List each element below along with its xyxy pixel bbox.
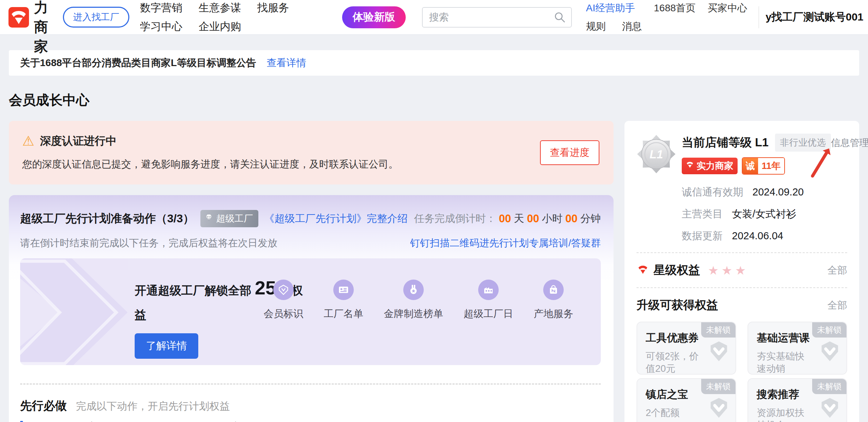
super-factory-badge-label: 超级工厂 [216, 212, 253, 225]
locked-shield-icon [708, 340, 730, 364]
deep-auth-alert: ⚠ 深度认证进行中 您的深度认证信息已提交，避免影响服务进度，请关注认证进度，及… [9, 121, 614, 184]
dashed-divider [20, 383, 601, 385]
info-label: 数据更新 [682, 229, 723, 243]
store-level-panel: L1 当前店铺等级 L1 非行业优选 信息管理 实力商家 [624, 121, 859, 422]
countdown-days: 00 [499, 212, 511, 225]
info-value: 2024.06.04 [732, 230, 783, 242]
info-row-main-category: 主营类目 女装/女式衬衫 [682, 207, 847, 221]
countdown-minutes-unit: 分钟 [580, 212, 601, 226]
benefit-card-basic-course[interactable]: 未解锁 基础运营课 夯实基础快速动销 [747, 322, 847, 375]
link-buyer-center[interactable]: 买家中心 [708, 1, 747, 15]
super-factory-day-icon [478, 280, 499, 300]
brand-logo[interactable]: 实力商家 [8, 0, 49, 56]
alert-message: 您的深度认证信息已提交，避免影响服务进度，请关注认证进度，及时联系认证公司。 [22, 158, 600, 171]
star-rating: ★★★ [708, 263, 749, 277]
must-do-title: 先行必做 [20, 398, 67, 414]
unlock-prefix: 开通超级工厂解锁全部 [135, 284, 251, 297]
benefit-card-search-recommend[interactable]: 未解锁 搜索推荐 资源加权扶持机会 [747, 378, 847, 422]
must-do-header: 先行必做 完成以下动作，开启先行计划权益 [20, 398, 601, 414]
account-name[interactable]: y找工厂测试账号001 [766, 10, 863, 24]
red-annotation-arrow [806, 141, 839, 180]
link-1688-home[interactable]: 1688首页 [654, 1, 696, 15]
origin-service-icon [543, 280, 564, 300]
locked-badge: 未解锁 [701, 379, 735, 394]
countdown: 任务完成倒计时： 00 天 00 小时 00 分钟 [414, 212, 601, 226]
perk-factory-list: 工厂名单 [324, 280, 363, 321]
brand-name: 实力商家 [34, 0, 49, 56]
must-do-subtitle: 完成以下动作，开启先行计划权益 [76, 399, 230, 414]
alert-title: 深度认证进行中 [40, 134, 117, 148]
primary-nav: 数字营销 生意参谋 找服务 学习中心 企业内购 [140, 1, 289, 34]
gem-icon [205, 213, 213, 224]
info-value: 2024.09.20 [752, 186, 804, 198]
perk-member-badge: 会员标识 [264, 280, 303, 321]
store-info-list: 诚信通有效期 2024.09.20 主营类目 女装/女式衬衫 数据更新 2024… [682, 185, 847, 243]
benefit-grid: 未解锁 工具优惠券 可领2张，价值20元 未解锁 基础运营课 夯实基础快速动销 … [637, 322, 847, 422]
search-input[interactable] [429, 12, 553, 23]
star-benefits-all-link[interactable]: 全部 [827, 264, 847, 277]
upgrade-benefits-all-link[interactable]: 全部 [827, 299, 847, 312]
nav-digital-marketing[interactable]: 数字营销 [140, 1, 182, 15]
enter-find-factory-button[interactable]: 进入找工厂 [63, 7, 129, 28]
super-factory-badge: 超级工厂 [200, 210, 258, 227]
upgrade-benefits-title: 升级可获得权益 [637, 297, 718, 313]
learn-more-button[interactable]: 了解详情 [135, 333, 198, 359]
medal-icon [403, 280, 424, 300]
factory-list-icon [333, 280, 354, 300]
chengxintong-years-badge: 诚 11年 [742, 157, 785, 175]
countdown-label: 任务完成倒计时： [414, 212, 496, 226]
left-column: ⚠ 深度认证进行中 您的深度认证信息已提交，避免影响服务进度，请关注认证进度，及… [9, 121, 614, 422]
try-new-version-button[interactable]: 体验新版 [342, 6, 406, 28]
sidebar-dashed-divider [637, 287, 847, 288]
link-rules[interactable]: 规则 [586, 20, 606, 33]
link-ai-assistant[interactable]: AI经营助手 [586, 1, 642, 15]
locked-shield-icon [819, 340, 841, 364]
sidebar-dashed-divider [637, 252, 847, 253]
program-subheader: 请在倒计时结束前完成以下任务，完成后权益将在次日发放 钉钉扫描二维码进先行计划专… [20, 236, 601, 250]
bull-badge-icon [685, 160, 694, 172]
nav-enterprise-purchase[interactable]: 企业内购 [199, 19, 241, 34]
perk-label: 工厂名单 [324, 307, 363, 321]
star-benefits-row: 星级权益 ★★★ 全部 [637, 262, 847, 278]
warning-icon: ⚠ [22, 134, 34, 148]
unlock-benefits-card: 开通超级工厂解锁全部25项权益 了解详情 会员标识 [20, 258, 601, 365]
perk-label: 会员标识 [264, 307, 303, 321]
store-level-title: 当前店铺等级 L1 [682, 135, 769, 151]
perk-list: 会员标识 工厂名单 金牌制造榜单 [264, 280, 573, 321]
countdown-hours: 00 [527, 212, 539, 225]
nav-business-advisor[interactable]: 生意参谋 [199, 1, 241, 15]
main-content: ⚠ 深度认证进行中 您的深度认证信息已提交，避免影响服务进度，请关注认证进度，及… [9, 121, 859, 422]
link-messages[interactable]: 消息 [622, 20, 642, 33]
info-label: 主营类目 [682, 207, 723, 221]
search-icon[interactable] [553, 11, 566, 24]
arrow-watermark [20, 258, 131, 365]
step-one-row: 第一步，点亮会员标识，自动领取找工厂流量包 [20, 420, 601, 422]
page-title: 会员成长中心 [9, 91, 859, 109]
announcement-detail-link[interactable]: 查看详情 [266, 56, 306, 70]
info-row-data-updated: 数据更新 2024.06.04 [682, 229, 847, 243]
program-intro-link[interactable]: 《超级工厂先行计划》完整介绍 [264, 212, 407, 226]
power-merchant-badge-label: 实力商家 [697, 160, 733, 172]
countdown-minutes: 00 [565, 212, 577, 225]
chengxintong-badge-left: 诚 [743, 158, 758, 174]
program-note: 请在倒计时结束前完成以下任务，完成后权益将在次日发放 [20, 236, 277, 250]
locked-shield-icon [819, 397, 841, 421]
view-progress-button[interactable]: 查看进度 [540, 140, 599, 165]
member-badge-icon [273, 280, 294, 300]
search-box [422, 7, 572, 28]
medal-level-text: L1 [650, 148, 663, 161]
program-header: 超级工厂先行计划准备动作（3/3） 超级工厂 《超级工厂先行计划》完整介绍 任务… [20, 210, 601, 227]
super-factory-program-card: 超级工厂先行计划准备动作（3/3） 超级工厂 《超级工厂先行计划》完整介绍 任务… [9, 195, 614, 422]
bull-logo-icon [8, 7, 29, 28]
level-medal-icon: L1 [637, 134, 676, 243]
top-header: 实力商家 进入找工厂 数字营销 生意参谋 找服务 学习中心 企业内购 体验新版 … [0, 0, 868, 35]
benefit-card-tool-coupon[interactable]: 未解锁 工具优惠券 可领2张，价值20元 [637, 322, 736, 375]
power-merchant-badge: 实力商家 [682, 158, 738, 174]
locked-badge: 未解锁 [812, 379, 846, 394]
benefit-card-shop-treasure[interactable]: 未解锁 镇店之宝 2个配额 [637, 378, 736, 422]
program-title: 超级工厂先行计划准备动作（3/3） [20, 211, 194, 227]
nav-find-services[interactable]: 找服务 [257, 1, 289, 15]
perk-gold-medal-list: 金牌制造榜单 [384, 280, 443, 321]
nav-learning-center[interactable]: 学习中心 [140, 19, 182, 34]
dingtalk-group-link[interactable]: 钉钉扫描二维码进先行计划专属培训/答疑群 [410, 236, 601, 250]
